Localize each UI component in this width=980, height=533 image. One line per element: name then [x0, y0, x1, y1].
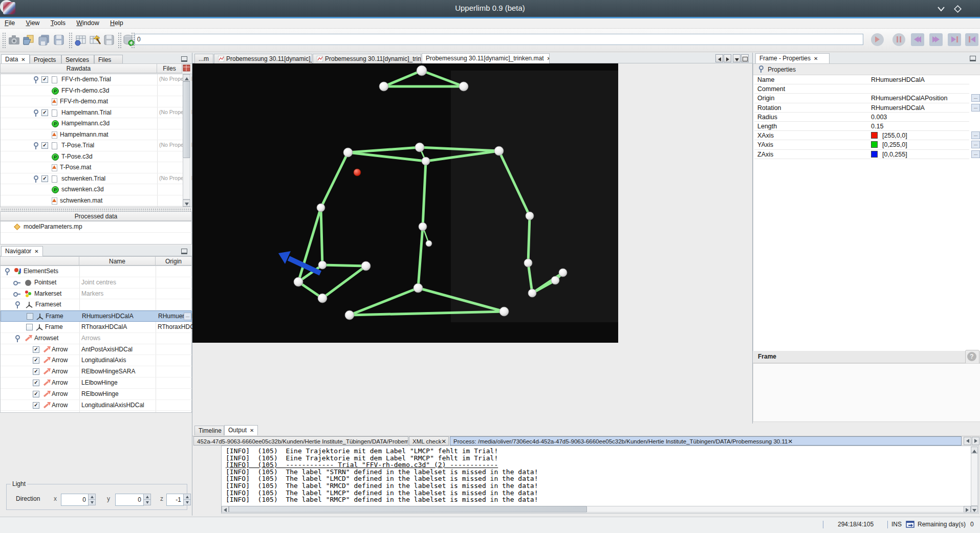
tree-row[interactable]: ✓ Arrow LongitudinalAxisHDCal	[1, 400, 192, 411]
expander-key-icon[interactable]	[758, 65, 763, 73]
light-y-field[interactable]: 0	[115, 494, 144, 506]
property-value[interactable]: 0.15	[871, 123, 883, 130]
tree-row[interactable]: ✓ Arrow RElbowHinge	[1, 389, 192, 400]
property-value[interactable]: 0.003	[871, 114, 887, 121]
tree-row[interactable]: T-Pose.mat	[1, 162, 183, 173]
pause-button[interactable]	[892, 33, 905, 46]
scrollbar-thumb[interactable]	[229, 506, 587, 513]
value-editor-button[interactable]: ...	[971, 104, 980, 112]
expander-key-icon[interactable]	[15, 335, 19, 343]
tree-row[interactable]: Arrowset Arrows	[1, 333, 192, 344]
menu-file[interactable]: File	[0, 18, 19, 27]
tree-row[interactable]: P T-Pose.c3d	[1, 151, 183, 163]
skip-to-end-button[interactable]	[948, 33, 961, 46]
expander-key-icon[interactable]	[15, 301, 19, 309]
tab-scroll-right-icon[interactable]	[972, 437, 979, 445]
scroll-down-button[interactable]	[183, 199, 190, 207]
tree-row[interactable]: ✓ Arrow LongitudinalAxis	[1, 355, 192, 366]
save-icon[interactable]	[52, 33, 66, 47]
menu-window[interactable]: Window	[72, 18, 103, 27]
row-checkbox[interactable]: ✓	[33, 346, 39, 353]
tree-row[interactable]: ✓ Arrow RElbowHingeSARA	[1, 366, 192, 377]
close-icon[interactable]: ✕	[21, 57, 25, 62]
tree-row[interactable]: modelParameters.mp	[1, 221, 192, 233]
row-checkbox[interactable]: ✓	[41, 175, 48, 182]
toolbar-drag-handle[interactable]	[2, 32, 6, 48]
tab-scroll-left-icon[interactable]	[715, 54, 723, 62]
frame-number-input[interactable]	[135, 34, 863, 45]
import-table-icon[interactable]	[74, 33, 87, 47]
rewind-button[interactable]	[911, 33, 924, 46]
menu-tools[interactable]: Tools	[46, 18, 70, 27]
row-checkbox[interactable]	[26, 324, 33, 330]
row-checkbox[interactable]: ✓	[41, 76, 48, 83]
tree-row[interactable]: P FFV-rh-demo.c3d	[1, 85, 183, 97]
property-value[interactable]: [0,255,0]	[882, 141, 907, 148]
nav-column-name[interactable]: Name	[79, 256, 156, 265]
property-value[interactable]: RHumuersHDCalA	[871, 76, 925, 83]
window-maximize-icon[interactable]	[952, 3, 963, 14]
nav-column-tree[interactable]	[0, 256, 79, 265]
maximize-document-icon[interactable]	[741, 54, 749, 62]
tree-row[interactable]: ✓ Arrow AntPostAxisHDCal	[1, 344, 192, 356]
tab-list-dropdown-icon[interactable]	[733, 54, 741, 62]
row-checkbox[interactable]: ✓	[41, 142, 48, 149]
property-row[interactable]: Radius 0.003	[754, 113, 969, 122]
processed-data-header[interactable]: Processed data	[0, 211, 192, 221]
doc-tab[interactable]: Probemessung 30.11[dynamic]_trinken.mat✕	[313, 54, 421, 63]
tab-navigator[interactable]: Navigator✕	[1, 246, 43, 256]
tab-scroll-right-icon[interactable]	[724, 54, 731, 62]
expander-key-icon[interactable]	[33, 142, 38, 150]
expander-key-icon[interactable]	[33, 109, 38, 117]
doc-tab-truncated[interactable]: ...m	[194, 54, 213, 63]
nav-column-origin[interactable]: Origin	[155, 256, 192, 265]
property-value[interactable]: RHumuersHDCalAPosition	[871, 95, 947, 102]
tree-row[interactable]: FFV-rh-demo.mat	[1, 96, 183, 107]
light-x-field[interactable]: 0	[61, 494, 89, 506]
close-icon[interactable]: ✕	[547, 56, 550, 61]
tree-row[interactable]: Hampelmann.mat	[1, 129, 183, 141]
value-editor-button[interactable]: ...	[971, 131, 980, 139]
property-value[interactable]: [0,0,255]	[882, 151, 907, 158]
light-z-spinner[interactable]	[183, 494, 191, 506]
scroll-down-button[interactable]	[971, 506, 978, 513]
tree-row[interactable]: Frameset	[1, 299, 192, 310]
toolbar-drag-handle[interactable]	[118, 32, 121, 48]
close-icon[interactable]: ✕	[441, 438, 446, 445]
tree-row[interactable]: ✓ schwenken.Trial (No Property Editor)	[1, 173, 183, 185]
tree-row[interactable]: Markerset Markers	[1, 288, 192, 300]
light-z-field[interactable]: -1	[166, 494, 184, 506]
scrollbar-thumb[interactable]	[183, 81, 190, 158]
menu-view[interactable]: View	[21, 18, 45, 27]
row-checkbox[interactable]: ✓	[33, 402, 39, 409]
tab-output[interactable]: Output✕	[224, 425, 258, 435]
play-button[interactable]	[871, 33, 884, 46]
property-row[interactable]: XAxis [255,0,0] ...	[754, 131, 969, 140]
tree-row[interactable]: ✓ T-Pose.Trial (No Property Editor)	[1, 140, 183, 151]
scroll-up-button[interactable]	[971, 447, 978, 453]
window-minimize-icon[interactable]	[935, 3, 947, 14]
light-y-spinner[interactable]	[143, 494, 151, 506]
row-checkbox[interactable]: ✓	[33, 368, 39, 375]
row-checkbox[interactable]: ✓	[33, 391, 39, 397]
process-tab[interactable]: XML check✕	[409, 436, 449, 446]
close-icon[interactable]: ✕	[788, 438, 793, 445]
value-editor-button[interactable]: ...	[971, 94, 980, 102]
property-row[interactable]: Length 0.15	[754, 122, 969, 131]
rawdata-column-header[interactable]: Rawdata	[0, 63, 157, 73]
fast-forward-button[interactable]	[929, 33, 943, 46]
property-row[interactable]: Origin RHumuersHDCalAPosition ...	[754, 94, 969, 103]
tree-row[interactable]: ✓ Hampelmann.Trial (No Property Editor)	[1, 107, 183, 119]
minimize-panel-icon[interactable]	[970, 56, 976, 61]
properties-section-header[interactable]: Properties	[753, 64, 980, 75]
skip-to-start-button[interactable]	[965, 33, 978, 46]
minimize-panel-icon[interactable]	[181, 249, 187, 254]
scroll-up-button[interactable]	[183, 74, 190, 81]
snapshot-camera-icon[interactable]	[8, 33, 21, 47]
value-editor-button[interactable]: ...	[971, 150, 980, 158]
output-log[interactable]: [INFO] (105) Eine Trajektorie mit dem La…	[221, 446, 979, 514]
tree-row[interactable]: ElementSets	[1, 266, 192, 277]
export-save-icon[interactable]	[102, 33, 116, 47]
expander-key-icon[interactable]	[33, 76, 38, 84]
files-column-header[interactable]: Files	[157, 63, 182, 73]
